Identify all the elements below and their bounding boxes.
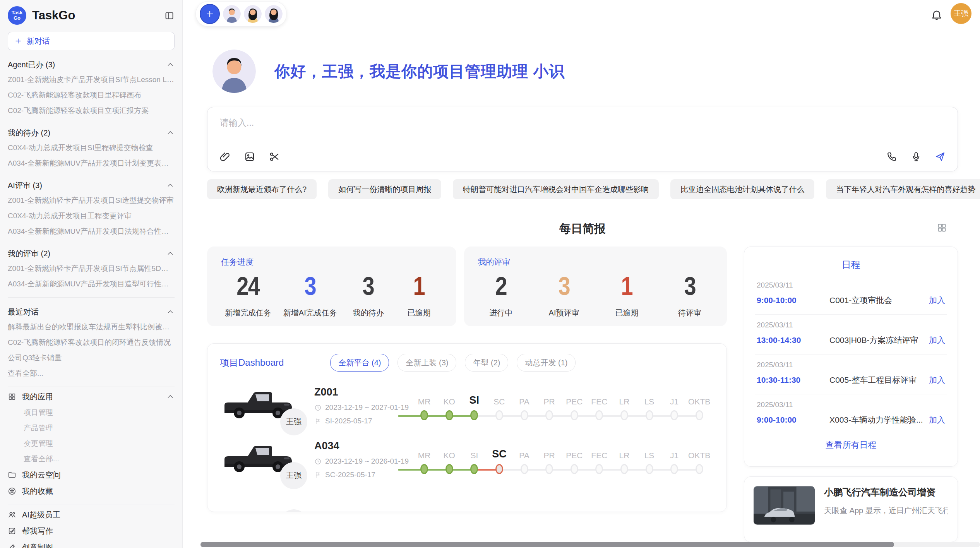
milestone-dot[interactable] — [521, 410, 528, 420]
sidebar-task-item[interactable]: C02-飞腾新能源轻客改款项目立项汇报方案 — [8, 103, 175, 118]
milestone-dot[interactable] — [620, 464, 628, 474]
session-avatar-3[interactable] — [265, 5, 283, 23]
sidebar-task-item[interactable]: Z001-全新燃油轻卡产品开发项目SI造型提交物评审 — [8, 193, 175, 208]
sidebar-item-label: 我的收藏 — [22, 486, 53, 497]
milestone-dot[interactable] — [571, 410, 578, 420]
recent-conversation-item[interactable]: 查看全部... — [8, 366, 175, 381]
image-icon[interactable] — [244, 151, 255, 163]
chevron-up-icon[interactable] — [166, 128, 175, 137]
stat-label: 进行中 — [490, 308, 513, 318]
milestone-dot[interactable] — [571, 464, 578, 474]
milestone-dot[interactable] — [495, 464, 503, 474]
chat-input[interactable] — [219, 117, 947, 128]
sidebar-task-item[interactable]: Z001-全新燃油轻卡产品开发项目SI节点属性5D文件评审 — [8, 261, 175, 276]
sidebar-task-item[interactable]: A034-全新新能源MUV产品开发项目计划变更表编写 — [8, 156, 175, 171]
milestone-dot[interactable] — [545, 464, 553, 474]
sidebar-item-my-apps[interactable]: 我的应用 — [8, 389, 175, 405]
my-apps-child-item[interactable]: 产品管理 — [8, 420, 175, 436]
milestone-dot[interactable] — [521, 464, 528, 474]
phone-icon[interactable] — [886, 151, 898, 163]
milestone-dot[interactable] — [495, 410, 503, 420]
my-apps-child-item[interactable]: 查看全部... — [8, 451, 175, 467]
milestone-dot[interactable] — [595, 410, 603, 420]
user-avatar[interactable]: 王强 — [951, 3, 971, 24]
sidebar-section-header[interactable]: 我的评审 (2) — [8, 246, 175, 261]
project-filter-pill[interactable]: 年型 (2) — [465, 354, 508, 372]
project-filter-pill[interactable]: 全新平台 (4) — [330, 354, 389, 372]
view-all-schedule-link[interactable]: 查看所有日程 — [755, 434, 947, 456]
milestone-dot[interactable] — [670, 410, 678, 420]
new-chat-label: 新对话 — [27, 36, 50, 46]
chevron-up-icon[interactable] — [166, 181, 175, 190]
paperclip-icon[interactable] — [219, 151, 231, 163]
milestone-dot[interactable] — [696, 410, 703, 420]
mic-icon[interactable] — [910, 151, 922, 163]
horizontal-scrollbar[interactable] — [200, 542, 980, 547]
milestone-dot[interactable] — [646, 410, 653, 420]
chevron-up-icon[interactable] — [166, 392, 175, 401]
project-filter-pill[interactable]: 全新上装 (3) — [397, 354, 456, 372]
scrollbar-thumb[interactable] — [200, 542, 894, 547]
sidebar-task-item[interactable]: A034-全新新能源MUV产品开发项目法规符合性评审 — [8, 224, 175, 239]
sidebar-section-header[interactable]: Agent已办 (3) — [8, 57, 175, 72]
send-icon[interactable] — [934, 151, 946, 163]
milestone-dot[interactable] — [696, 464, 703, 474]
recent-conversation-item[interactable]: 解释最新出台的欧盟报废车法规再生塑料比例被调至15%... — [8, 319, 175, 335]
milestone-dot[interactable] — [545, 410, 553, 420]
new-chat-button[interactable]: 新对话 — [8, 32, 175, 50]
milestone-dot[interactable] — [470, 410, 478, 420]
project-code[interactable]: Z001 — [314, 386, 403, 398]
session-avatar-2[interactable] — [244, 5, 262, 23]
chevron-up-icon[interactable] — [166, 249, 175, 258]
sidebar-tool-item[interactable]: 创意制图 — [8, 539, 175, 548]
join-meeting-link[interactable]: 加入 — [929, 295, 945, 306]
milestone-dot[interactable] — [420, 464, 428, 474]
milestone-dot[interactable] — [595, 464, 603, 474]
suggestion-chip[interactable]: 比亚迪全固态电池计划具体说了什么 — [670, 179, 814, 199]
milestone-dot[interactable] — [445, 410, 453, 420]
sidebar-task-item[interactable]: A034-全新新能源MUV产品开发项目造型可行性评审 — [8, 276, 175, 292]
recent-conversation-item[interactable]: 公司Q3轻卡销量 — [8, 350, 175, 366]
stat-item: 24新增完成任务 — [225, 271, 271, 318]
notification-bell-icon[interactable] — [930, 9, 943, 21]
milestone-dot[interactable] — [470, 464, 478, 474]
suggestion-chip[interactable]: 当下年轻人对汽车外观有怎样的喜好趋势 — [826, 179, 980, 199]
session-avatar-1[interactable] — [223, 5, 241, 23]
sidebar-task-item[interactable]: Z001-全新燃油皮卡产品开发项目SI节点Lesson Learn报告 — [8, 72, 175, 87]
milestone-dot[interactable] — [646, 464, 653, 474]
sidebar-item-star[interactable]: 我的收藏 — [8, 483, 175, 499]
sidebar-task-item[interactable]: C02-飞腾新能源轻客改款项目里程碑画布 — [8, 87, 175, 103]
project-code[interactable]: A034 — [314, 440, 403, 452]
milestone-dot[interactable] — [620, 410, 628, 420]
my-apps-child-item[interactable]: 变更管理 — [8, 436, 175, 451]
add-session-button[interactable] — [200, 4, 220, 24]
sidebar-tool-item[interactable]: AI超级员工 — [8, 507, 175, 523]
sidebar-section-header[interactable]: AI评审 (3) — [8, 178, 175, 193]
sidebar-section-header[interactable]: 我的待办 (2) — [8, 125, 175, 140]
join-meeting-link[interactable]: 加入 — [929, 414, 945, 425]
chevron-up-icon[interactable] — [166, 308, 175, 316]
join-meeting-link[interactable]: 加入 — [929, 375, 945, 385]
milestone-dot[interactable] — [670, 464, 678, 474]
sidebar-tool-item[interactable]: 帮我写作 — [8, 523, 175, 539]
collapse-sidebar-icon[interactable] — [164, 10, 175, 21]
project-filter-pill[interactable]: 动总开发 (1) — [517, 354, 576, 372]
milestone-dot[interactable] — [420, 410, 428, 420]
chevron-up-icon[interactable] — [166, 60, 175, 69]
schedule-event-name: X003-车辆动力学性能验... — [829, 414, 923, 425]
suggestion-chip[interactable]: 欧洲新规最近颁布了什么? — [207, 179, 317, 199]
news-card[interactable]: 小鹏飞行汽车制造公司增资 天眼查 App 显示，近日广州汇天飞行汽... — [744, 476, 958, 542]
layout-grid-icon[interactable] — [937, 223, 947, 233]
sidebar-task-item[interactable]: C0X4-动力总成开发项目工程变更评审 — [8, 208, 175, 224]
suggestion-chip[interactable]: 特朗普可能对进口汽车增税会对中国车企造成哪些影响 — [453, 179, 659, 199]
milestone-dot[interactable] — [445, 464, 453, 474]
dashboard-columns: 任务进度24新增完成任务3新增AI完成任务3我的待办1已逾期我的评审2进行中3A… — [207, 247, 958, 542]
sidebar-task-item[interactable]: C0X4-动力总成开发项目SI里程碑提交物检查 — [8, 140, 175, 156]
join-meeting-link[interactable]: 加入 — [929, 335, 945, 346]
suggestion-chip[interactable]: 如何写一份清晰的项目周报 — [328, 179, 441, 199]
scissors-icon[interactable] — [269, 151, 280, 163]
recent-conversation-item[interactable]: C02-飞腾新能源轻客改款项目的闭环通告反馈情况 — [8, 335, 175, 350]
recent-section-header[interactable]: 最近对话 — [8, 305, 175, 319]
sidebar-item-folder[interactable]: 我的云空间 — [8, 467, 175, 483]
my-apps-child-item[interactable]: 项目管理 — [8, 405, 175, 420]
